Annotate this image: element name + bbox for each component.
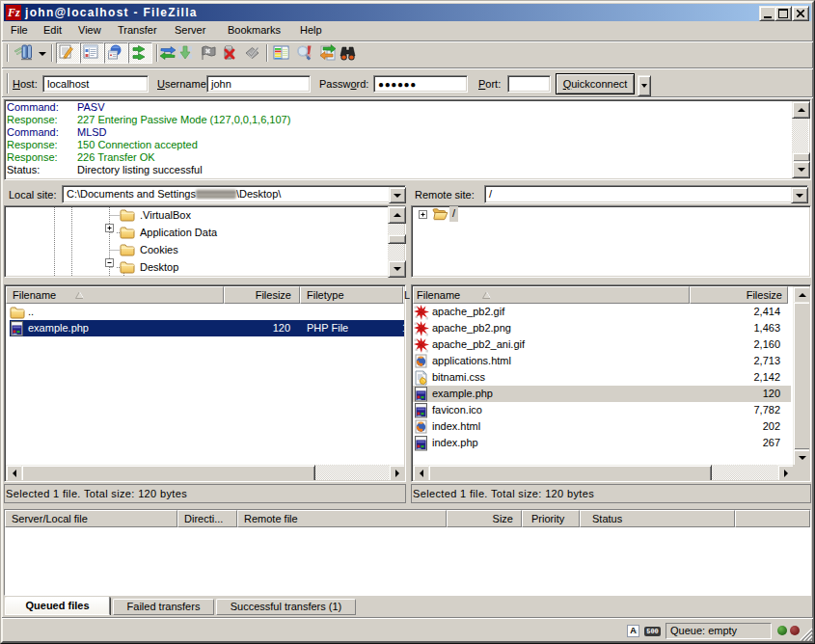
svg-text:Fz: Fz xyxy=(7,6,20,19)
